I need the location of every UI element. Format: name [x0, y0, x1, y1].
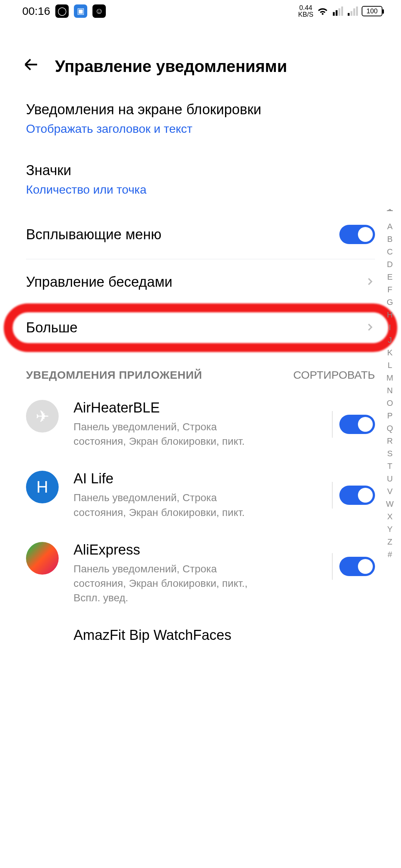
app-row[interactable]: H AI Life Панель уведомлений, Строка сос… — [26, 460, 375, 530]
alpha-letter[interactable]: O — [385, 399, 394, 407]
alpha-letter[interactable]: H — [385, 311, 394, 319]
alpha-letter[interactable]: Q — [385, 424, 394, 433]
signal-icon-1 — [332, 6, 343, 17]
app-row[interactable]: ✈ AirHeaterBLE Панель уведомлений, Строк… — [26, 389, 375, 460]
app-icon-airheater: ✈ — [26, 400, 59, 433]
alpha-letter[interactable]: R — [385, 437, 394, 445]
more-label: Больше — [26, 320, 78, 336]
alpha-letter[interactable]: S — [385, 450, 394, 458]
battery-icon: 100 — [362, 6, 382, 16]
status-bar: 00:16 ◯ ▣ ☺ 0.44 KB/S 100 — [0, 0, 401, 22]
alpha-letter[interactable]: Z — [385, 538, 394, 546]
app-icon-aliexpress — [26, 542, 59, 575]
alpha-letter[interactable]: W — [385, 500, 394, 508]
alpha-letter[interactable]: # — [385, 550, 394, 559]
app-name: AliExpress — [74, 542, 317, 558]
app-toggle-wrap — [332, 400, 375, 438]
app-toggle[interactable] — [339, 415, 375, 434]
app-row[interactable]: AliExpress Панель уведомлений, Строка со… — [26, 531, 375, 617]
alpha-letter[interactable]: V — [385, 487, 394, 496]
status-right: 0.44 KB/S 100 — [298, 4, 382, 18]
page-header: Управление уведомлениями — [0, 45, 401, 88]
signal-icon-2 — [347, 6, 358, 17]
app-info: AirHeaterBLE Панель уведомлений, Строка … — [74, 400, 317, 448]
status-app-icon-1: ◯ — [55, 4, 69, 18]
alpha-letter[interactable]: X — [385, 513, 394, 521]
popup-toggle[interactable] — [339, 225, 375, 244]
lockscreen-subtitle: Отображать заголовок и текст — [26, 122, 375, 136]
badges-item[interactable]: Значки Количество или точка — [26, 149, 375, 210]
app-info: AI Life Панель уведомлений, Строка состо… — [74, 471, 317, 519]
app-toggle-divider — [332, 553, 333, 580]
app-name-partial: AmazFit Bip WatchFaces — [26, 616, 375, 643]
app-list-header-label: УВЕДОМЛЕНИЯ ПРИЛОЖЕНИЙ — [26, 369, 202, 381]
alpha-letter[interactable]: K — [385, 349, 394, 357]
chevron-right-icon — [365, 276, 375, 288]
conversations-label: Управление беседами — [26, 274, 172, 290]
alpha-letter[interactable]: I — [385, 323, 394, 332]
chevron-right-icon — [365, 322, 375, 334]
alpha-letter[interactable]: L — [385, 361, 394, 369]
badges-subtitle: Количество или точка — [26, 183, 375, 197]
app-desc: Панель уведомлений, Строка состояния, Эк… — [74, 490, 267, 519]
kbs-value: 0.44 — [298, 4, 313, 11]
kbs-unit: KB/S — [298, 11, 313, 18]
battery-level: 100 — [366, 7, 378, 15]
app-name: AI Life — [74, 471, 317, 487]
alpha-letter[interactable]: G — [385, 298, 394, 306]
sort-button[interactable]: СОРТИРОВАТЬ — [293, 369, 375, 381]
app-list-header: УВЕДОМЛЕНИЯ ПРИЛОЖЕНИЙ СОРТИРОВАТЬ — [26, 351, 375, 389]
alpha-letter[interactable]: B — [385, 235, 394, 243]
alpha-letter[interactable]: T — [385, 462, 394, 470]
alpha-letter[interactable]: C — [385, 248, 394, 256]
alpha-letter[interactable]: M — [385, 374, 394, 382]
app-desc: Панель уведомлений, Строка состояния, Эк… — [74, 562, 267, 605]
lockscreen-title: Уведомления на экране блокировки — [26, 102, 375, 118]
app-toggle[interactable] — [339, 486, 375, 505]
alpha-letter[interactable]: F — [385, 286, 394, 294]
page-title: Управление уведомлениями — [55, 57, 287, 76]
app-name: AirHeaterBLE — [74, 400, 317, 416]
wifi-icon — [317, 6, 328, 17]
alpha-index[interactable]: A B C D E F G H I J K L M N O P Q R S T … — [385, 208, 394, 559]
app-info: AliExpress Панель уведомлений, Строка со… — [74, 542, 317, 605]
alpha-letter[interactable]: N — [385, 387, 394, 395]
app-toggle-wrap — [332, 471, 375, 509]
app-icon-ailife: H — [26, 471, 59, 503]
app-toggle-divider — [332, 411, 333, 438]
app-toggle[interactable] — [339, 557, 375, 576]
status-app-icon-3: ☺ — [92, 4, 106, 18]
alpha-letter[interactable]: E — [385, 273, 394, 281]
conversations-item[interactable]: Управление беседами — [26, 259, 375, 305]
status-left: 00:16 ◯ ▣ ☺ — [22, 4, 106, 18]
popup-menus-item[interactable]: Всплывающие меню — [26, 210, 375, 259]
popup-label: Всплывающие меню — [26, 227, 162, 243]
lockscreen-notifications-item[interactable]: Уведомления на экране блокировки Отображ… — [26, 88, 375, 149]
alpha-letter[interactable]: A — [385, 223, 394, 231]
alpha-letter[interactable]: U — [385, 475, 394, 483]
status-time: 00:16 — [22, 5, 50, 17]
alpha-up-icon[interactable] — [385, 208, 394, 218]
alpha-letter[interactable]: D — [385, 260, 394, 269]
badges-title: Значки — [26, 162, 375, 178]
more-item-highlighted: Больше — [26, 305, 375, 351]
app-toggle-divider — [332, 482, 333, 509]
status-network-speed: 0.44 KB/S — [298, 4, 313, 18]
more-item[interactable]: Больше — [26, 305, 375, 351]
app-desc: Панель уведомлений, Строка состояния, Эк… — [74, 420, 267, 448]
alpha-letter[interactable]: P — [385, 412, 394, 420]
alpha-letter[interactable]: J — [385, 336, 394, 344]
alpha-letter[interactable]: Y — [385, 525, 394, 533]
app-toggle-wrap — [332, 542, 375, 580]
back-icon[interactable] — [22, 56, 40, 77]
status-app-icon-2: ▣ — [74, 4, 87, 18]
